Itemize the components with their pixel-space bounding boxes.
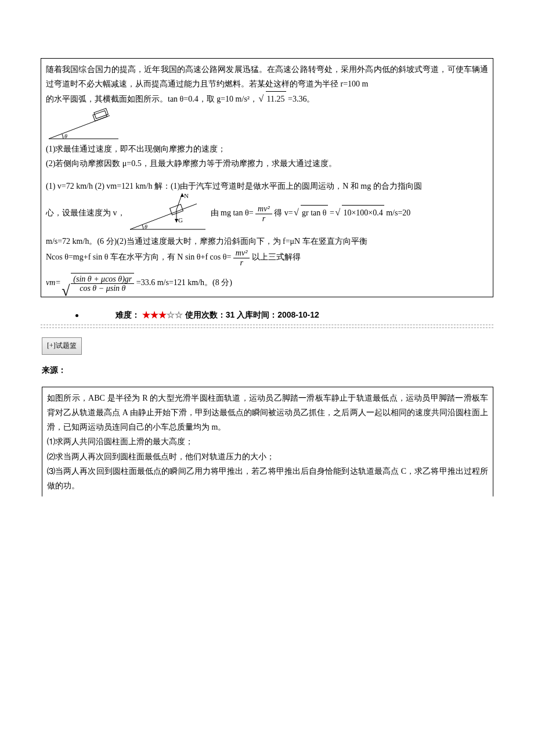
bullet-icon [75, 314, 78, 317]
q1-ans-b-mid: 由 mg tan θ= [211, 208, 254, 217]
q1-ans-d-aft: 以上三式解得 [252, 253, 301, 261]
incline-diagram-1: θ [46, 107, 121, 142]
sqrt-11-25: 11.25 [266, 91, 286, 106]
difficulty-label: 难度： [116, 310, 140, 319]
vm-label: vm= [46, 278, 61, 287]
entry-label: 入库时间： [237, 310, 277, 319]
q1-item-2: (2)若侧向动摩擦因数 μ=0.5，且最大静摩擦力等于滑动摩擦力，求最大通过速度… [46, 156, 488, 171]
svg-text:G: G [178, 217, 183, 224]
question-1-box: 随着我国综合国力的提高，近年我国的高速公路网发展迅猛。在高速公路转弯处，采用外高… [41, 58, 493, 297]
entry-date: 2008-10-12 [277, 310, 319, 319]
dashed-divider-bottom [41, 327, 493, 328]
svg-text:N: N [184, 193, 189, 199]
eq-sign-1: = [330, 208, 334, 217]
q1-ans-b-end: m/s=20 [386, 208, 410, 217]
source-label: 来源： [42, 363, 493, 377]
q1-answer-a: (1) v=72 km/h (2) vm=121 km/h 解：(1)由于汽车过… [46, 179, 488, 193]
q1-answer-b: 心，设最佳速度为 v， θ N G 由 mg tan θ= [46, 193, 488, 234]
q1-p2a: 的水平圆弧，其横截面如图所示。tan θ=0.4，取 g=10 m/s²， [46, 95, 258, 103]
q2-item-1: ⑴求两人共同沿圆柱面上滑的最大高度； [47, 434, 488, 449]
usage-count: 31 [226, 310, 235, 319]
q1-paragraph-2: 的水平圆弧，其横截面如图所示。tan θ=0.4，取 g=10 m/s²， 11… [46, 91, 488, 106]
star-empty: ☆☆ [167, 310, 183, 319]
question-2-box: 如图所示，ABC 是半径为 R 的大型光滑半圆柱面轨道，运动员乙脚踏一滑板车静止… [42, 387, 493, 496]
q1-paragraph-1: 随着我国综合国力的提高，近年我国的高速公路网发展迅猛。在高速公路转弯处，采用外高… [46, 62, 488, 91]
q2-item-3: ⑶当两人再次回到圆柱面最低点的瞬间乙用力将甲推出，若乙将甲推出后自身恰能到达轨道… [47, 464, 488, 493]
q1-item-1: (1)求最佳通过速度，即不出现侧向摩擦力的速度； [46, 142, 488, 156]
frac2-num: mv² [233, 249, 250, 258]
svg-text:θ: θ [145, 224, 147, 230]
meta-bar: 难度： ★★★☆☆ 使用次数：31 入库时间：2008-10-12 [75, 308, 493, 322]
frac1-den: r [255, 214, 272, 223]
sqrt4-den: cos θ − μsin θ [71, 284, 134, 293]
usage-label: 使用次数： [185, 310, 226, 319]
q1-ans-d-pre: Ncos θ=mg+f sin θ 车在水平方向，有 N sin θ+f cos… [46, 253, 233, 261]
incline-diagram-2: θ N G [127, 193, 208, 234]
q1-ans-b-pre: 心，设最佳速度为 v， [46, 208, 125, 217]
q1-answer-e: vm= √ (sin θ + μcos θ)gr cos θ − μsin θ … [46, 273, 488, 293]
svg-text:θ: θ [64, 133, 67, 139]
star-full: ★★★ [142, 310, 167, 319]
svg-line-6 [130, 204, 197, 229]
dashed-divider-top [41, 325, 493, 325]
q1-ans-b-aft: 得 v= [274, 208, 293, 217]
frac2-den: r [233, 258, 250, 267]
frac-mv2-r-1: mv² r [255, 204, 272, 223]
sqrt-grtan: gr tan θ [301, 205, 327, 220]
sqrt-numeric: 10×100×0.4 [342, 205, 384, 220]
frac1-num: mv² [255, 204, 272, 214]
add-to-basket-button[interactable]: [+]试题篮 [42, 337, 82, 355]
q1-ans-e-tail: =33.6 m/s=121 km/h。(8 分) [136, 278, 232, 287]
q1-p2b: =3.36。 [288, 95, 315, 103]
frac-mv2-r-2: mv² r [233, 249, 250, 267]
q2-item-2: ⑵求当两人再次回到圆柱面最低点时，他们对轨道压力的大小； [47, 449, 488, 464]
q1-answer-c: m/s=72 km/h。(6 分)(2)当通过速度最大时，摩擦力沿斜面向下，为 … [46, 234, 488, 249]
sqrt-fraction: √ (sin θ + μcos θ)gr cos θ − μsin θ [71, 273, 134, 293]
q1-answer-d: Ncos θ=mg+f sin θ 车在水平方向，有 N sin θ+f cos… [46, 249, 488, 267]
difficulty-stars: ★★★☆☆ [142, 310, 185, 319]
sqrt4-num: (sin θ + μcos θ)gr [71, 275, 134, 284]
q2-paragraph-1: 如图所示，ABC 是半径为 R 的大型光滑半圆柱面轨道，运动员乙脚踏一滑板车静止… [47, 391, 488, 435]
